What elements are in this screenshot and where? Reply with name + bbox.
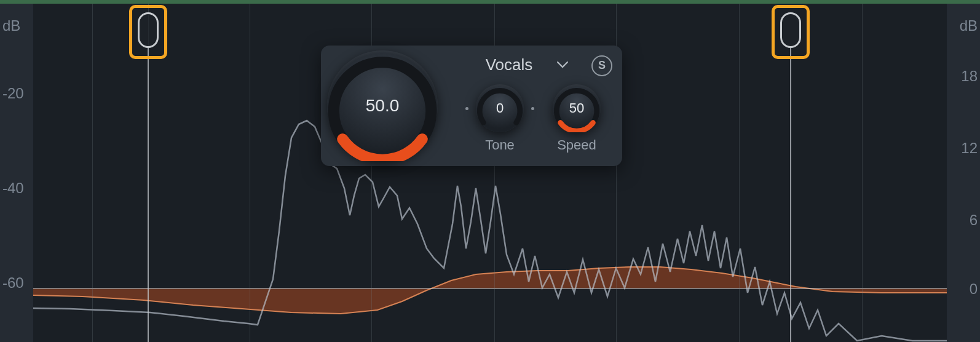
low-frequency-line — [148, 48, 149, 342]
chevron-down-icon — [557, 60, 568, 71]
tone-range-dot-right — [531, 107, 534, 110]
low-frequency-handle[interactable] — [138, 12, 159, 48]
tone-value: 0 — [496, 100, 504, 116]
tone-label: Tone — [485, 137, 515, 153]
amount-value: 50.0 — [366, 96, 400, 116]
preset-name: Vocals — [486, 55, 533, 74]
speed-label: Speed — [557, 137, 596, 153]
left-axis-tick: -60 — [2, 274, 24, 292]
left-axis-tick: -40 — [2, 180, 24, 197]
tone-range-dot-left — [465, 107, 468, 110]
left-axis-tick: -20 — [2, 85, 24, 102]
right-axis-tick: 12 — [961, 140, 978, 157]
left-axis-unit: dB — [2, 17, 20, 34]
solo-label: S — [598, 59, 606, 72]
freq-gridline — [92, 4, 93, 342]
right-axis-tick: 18 — [961, 68, 978, 85]
preset-selector[interactable]: Vocals — [444, 52, 585, 79]
solo-button[interactable]: S — [591, 55, 612, 76]
speed-knob[interactable]: 50 — [553, 84, 601, 132]
control-panel: 50.0 Vocals S — [321, 46, 622, 166]
freq-gridline — [862, 4, 863, 342]
freq-gridline — [250, 4, 250, 342]
right-axis-tick: 6 — [970, 212, 978, 229]
right-axis-unit: dB — [960, 17, 978, 34]
amount-knob[interactable]: 50.0 — [327, 50, 438, 161]
freq-gridline — [739, 4, 740, 342]
high-frequency-handle[interactable] — [780, 12, 801, 48]
high-frequency-line — [790, 48, 791, 342]
plugin-root: dB -20 -40 -60 dB 18 12 6 0 — [0, 0, 980, 342]
right-axis-tick: 0 — [970, 280, 978, 298]
speed-value: 50 — [569, 100, 584, 116]
tone-knob[interactable]: 0 — [476, 84, 524, 132]
